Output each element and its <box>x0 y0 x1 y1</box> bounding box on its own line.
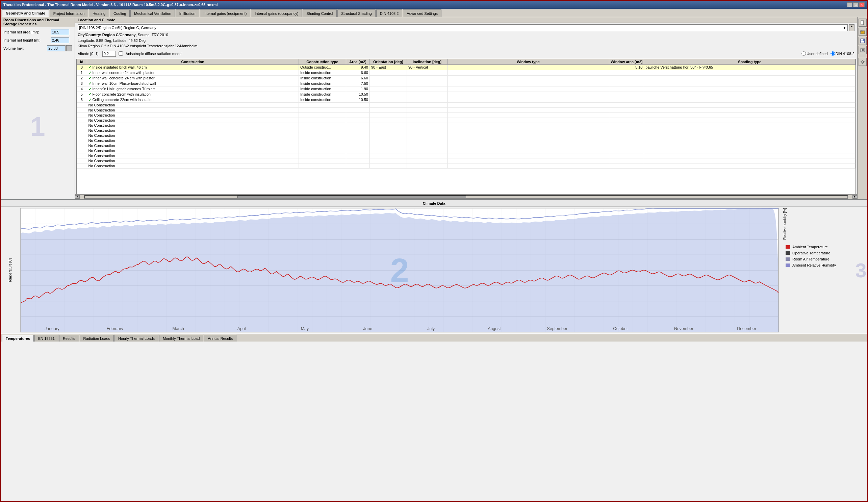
cell-orientation <box>370 128 407 133</box>
cell-area <box>346 133 370 138</box>
tab-heating[interactable]: Heating <box>89 9 109 17</box>
toolbar-save-button[interactable] <box>859 37 867 45</box>
cell-construction: ✓ Inner wall concrete 24 cm with plaster <box>87 70 299 75</box>
col-header-inclination: Inclination [deg] <box>407 59 447 65</box>
internal-net-height-label: Internal net height [m]: <box>3 38 51 42</box>
svg-text:November: November <box>674 326 694 331</box>
table-row[interactable]: No Construction <box>77 107 856 113</box>
table-row[interactable]: No Construction <box>77 113 856 117</box>
albedo-row: Albedo [0..1]: Anisotropic diffuse radia… <box>78 50 855 58</box>
tab-shading-control[interactable]: Shading Control <box>303 9 337 17</box>
tab-infiltration[interactable]: Infiltration <box>176 9 199 17</box>
cell-id <box>77 153 87 158</box>
svg-text:September: September <box>547 326 568 331</box>
tab-structural-shading[interactable]: Structural Shading <box>338 9 375 17</box>
cell-type <box>299 117 346 123</box>
cell-window-area <box>609 113 644 117</box>
cell-type <box>299 163 346 168</box>
svg-text:February: February <box>107 326 124 331</box>
table-row[interactable]: No Construction <box>77 133 856 138</box>
maximize-button[interactable]: □ <box>853 2 859 7</box>
cell-window-type <box>447 143 609 148</box>
bottom-tab-hourly-thermal[interactable]: Hourly Thermal Loads <box>114 335 158 341</box>
klima-text: Klima Region C für DIN 4108-2 entspricht… <box>78 43 855 49</box>
cell-window-type <box>447 117 609 123</box>
bottom-tab-temperatures[interactable]: Temperatures <box>2 335 34 341</box>
dropdown-arrow-icon: ▼ <box>843 26 846 30</box>
cell-window-type <box>447 81 609 86</box>
toolbar-new-button[interactable] <box>859 19 867 27</box>
cell-construction: No Construction <box>87 163 299 168</box>
volume-calc-button[interactable]: ... <box>66 45 72 51</box>
cell-inclination <box>407 117 447 123</box>
scroll-track-h[interactable] <box>84 195 848 199</box>
tab-project-info[interactable]: Project Information <box>50 9 88 17</box>
bottom-tab-en15251[interactable]: EN 15251 <box>34 335 59 341</box>
tab-geometry-climate[interactable]: Geometry and Climate <box>2 9 49 17</box>
cell-orientation <box>370 117 407 123</box>
scroll-right-arrow[interactable]: ► <box>852 195 857 199</box>
table-row[interactable]: 1 ✓ Inner wall concrete 24 cm with plast… <box>77 70 856 75</box>
table-row[interactable]: No Construction <box>77 153 856 158</box>
bottom-tab-annual-results[interactable]: Annual Results <box>204 335 236 341</box>
tab-internal-gains-equip[interactable]: Internal gains (equipment) <box>200 9 251 17</box>
tab-advanced-settings[interactable]: Advanced Settings <box>403 9 442 17</box>
tab-cooling[interactable]: Cooling <box>110 9 130 17</box>
internal-net-height-input[interactable] <box>51 37 69 43</box>
cell-area: 10.50 <box>346 92 370 97</box>
table-row[interactable]: 5 ✓ Floor concrete 22cm with insulation … <box>77 92 856 97</box>
table-row[interactable]: 6 ✓ Ceiling concrete 22cm with insulatio… <box>77 97 856 102</box>
tab-mech-vent[interactable]: Mechanical Ventilation <box>130 9 175 17</box>
close-button[interactable]: ✕ <box>859 2 865 7</box>
toolbar-export-button[interactable] <box>859 46 867 54</box>
cell-window-area <box>609 148 644 153</box>
cell-inclination <box>407 113 447 117</box>
cell-window-area <box>609 86 644 92</box>
badge-number-1: 1 <box>30 111 45 142</box>
construction-table: Id Construction Construction type Area [… <box>77 59 856 168</box>
volume-input[interactable] <box>47 45 65 51</box>
dropdown-scroll-up[interactable]: ▲ <box>849 25 854 28</box>
table-row[interactable]: No Construction <box>77 163 856 168</box>
cell-window-area <box>609 128 644 133</box>
cell-orientation <box>370 75 407 81</box>
bottom-tab-results[interactable]: Results <box>59 335 79 341</box>
table-row[interactable]: No Construction <box>77 117 856 123</box>
table-row[interactable]: 2 ✓ Inner wall concrete 24 cm with plast… <box>77 75 856 81</box>
anisotropic-checkbox[interactable] <box>118 51 123 56</box>
table-row[interactable]: No Construction <box>77 143 856 148</box>
tab-din4108[interactable]: DIN 4108 2 <box>376 9 403 17</box>
bottom-tab-monthly-thermal[interactable]: Monthly Thermal Load <box>159 335 203 341</box>
cell-construction: No Construction <box>87 138 299 143</box>
table-row[interactable]: 4 ✓ Innentür Holz, geschlossenes Türblat… <box>77 86 856 92</box>
table-row[interactable]: No Construction <box>77 148 856 153</box>
table-row[interactable]: 3 ✓ Inner wall 10cm Plasterboard stud wa… <box>77 81 856 86</box>
legend-ambient-humidity-color <box>786 264 790 267</box>
cell-area <box>346 158 370 163</box>
table-scrollbar-h[interactable]: ◄ ► <box>75 194 857 199</box>
internal-net-area-input[interactable] <box>51 29 69 35</box>
bottom-tab-radiation[interactable]: Radiation Loads <box>80 335 114 341</box>
table-row[interactable]: No Construction <box>77 138 856 143</box>
albedo-input[interactable] <box>102 51 116 57</box>
radio-din4108-input[interactable] <box>830 51 835 56</box>
cell-type <box>299 107 346 113</box>
radio-user-defined-input[interactable] <box>802 51 806 56</box>
cell-shading <box>644 128 856 133</box>
table-row[interactable]: 0 ✓ Inside insulated brick wall, 46 cm O… <box>77 64 856 70</box>
tab-internal-gains-occ[interactable]: Internal gains (occupancy) <box>251 9 302 17</box>
table-row[interactable]: No Construction <box>77 123 856 128</box>
table-row[interactable]: No Construction <box>77 128 856 133</box>
cell-orientation <box>370 102 407 107</box>
scroll-left-arrow[interactable]: ◄ <box>75 195 80 199</box>
minimize-button[interactable]: _ <box>847 2 852 7</box>
toolbar-settings-button[interactable] <box>859 58 867 66</box>
table-row[interactable]: No Construction <box>77 102 856 107</box>
location-dropdown[interactable]: [DIN4108 2/Region C.c6b] Region C, Germa… <box>78 24 848 31</box>
toolbar-open-button[interactable] <box>859 28 867 36</box>
scroll-thumb-h[interactable] <box>237 196 466 198</box>
table-row[interactable]: No Construction <box>77 158 856 163</box>
cell-type: Inside construction <box>299 81 346 86</box>
cell-window-type <box>447 138 609 143</box>
col-header-area: Area [m2] <box>346 59 370 65</box>
